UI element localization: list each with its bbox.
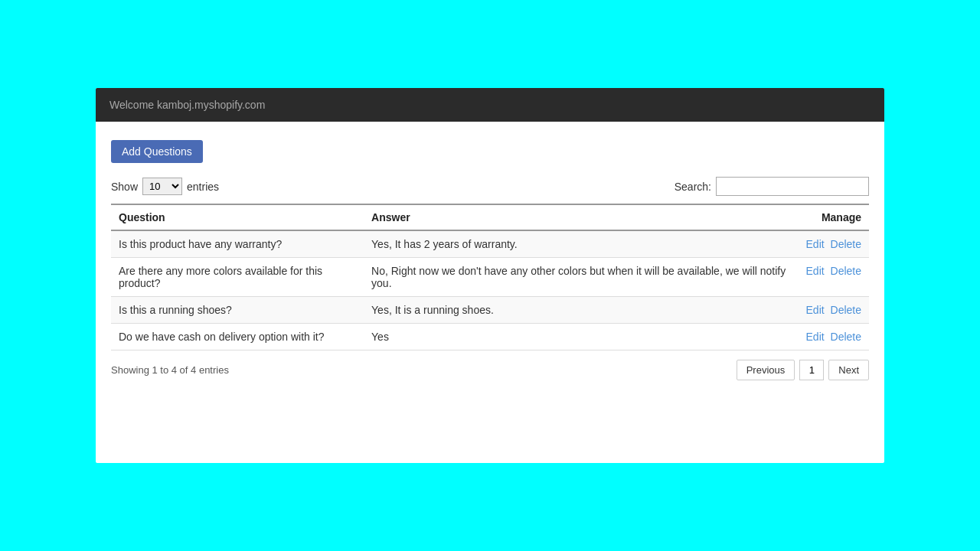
manage-cell: Edit Delete <box>795 324 870 350</box>
questions-table: Question Answer Manage Is this product h… <box>111 204 869 350</box>
entries-select[interactable]: 10 25 50 100 <box>142 178 182 195</box>
edit-link[interactable]: Edit <box>806 331 825 343</box>
welcome-text: Welcome kamboj.myshopify.com <box>109 99 265 111</box>
edit-link[interactable]: Edit <box>806 265 825 277</box>
question-cell: Are there any more colors available for … <box>111 258 364 297</box>
table-header-row: Question Answer Manage <box>111 204 869 230</box>
manage-cell: Edit Delete <box>795 297 870 324</box>
search-label: Search: <box>675 181 711 193</box>
manage-cell: Edit Delete <box>795 230 870 258</box>
table-row: Is this a running shoes?Yes, It is a run… <box>111 297 869 324</box>
add-questions-button[interactable]: Add Questions <box>111 140 203 163</box>
content-area: Add Questions Show 10 25 50 100 entries … <box>96 122 884 399</box>
table-row: Are there any more colors available for … <box>111 258 869 297</box>
delete-link[interactable]: Delete <box>831 304 861 316</box>
pagination-row: Showing 1 to 4 of 4 entries Previous 1 N… <box>111 360 869 380</box>
edit-link[interactable]: Edit <box>806 304 825 316</box>
next-button[interactable]: Next <box>828 360 869 380</box>
manage-column-header: Manage <box>795 204 870 230</box>
answer-cell: Yes <box>364 324 795 350</box>
previous-button[interactable]: Previous <box>737 360 795 380</box>
search-input[interactable] <box>716 177 869 196</box>
main-window: Welcome kamboj.myshopify.com Add Questio… <box>96 88 884 463</box>
page-number: 1 <box>799 360 824 380</box>
question-cell: Is this a running shoes? <box>111 297 364 324</box>
table-row: Do we have cash on delivery option with … <box>111 324 869 350</box>
question-column-header: Question <box>111 204 364 230</box>
topbar: Welcome kamboj.myshopify.com <box>96 88 884 122</box>
show-label: Show <box>111 181 138 193</box>
showing-text: Showing 1 to 4 of 4 entries <box>111 364 229 376</box>
pagination-controls: Previous 1 Next <box>737 360 869 380</box>
entries-label: entries <box>187 181 219 193</box>
question-cell: Is this product have any warranty? <box>111 230 364 258</box>
delete-link[interactable]: Delete <box>831 238 861 250</box>
answer-cell: Yes, It has 2 years of warranty. <box>364 230 795 258</box>
answer-cell: No, Right now we don't have any other co… <box>364 258 795 297</box>
search-row: Search: <box>675 177 869 196</box>
delete-link[interactable]: Delete <box>831 265 861 277</box>
edit-link[interactable]: Edit <box>806 238 825 250</box>
answer-column-header: Answer <box>364 204 795 230</box>
question-cell: Do we have cash on delivery option with … <box>111 324 364 350</box>
table-row: Is this product have any warranty?Yes, I… <box>111 230 869 258</box>
delete-link[interactable]: Delete <box>831 331 861 343</box>
show-entries-control: Show 10 25 50 100 entries <box>111 178 219 195</box>
manage-cell: Edit Delete <box>795 258 870 297</box>
answer-cell: Yes, It is a running shoes. <box>364 297 795 324</box>
controls-row: Show 10 25 50 100 entries Search: <box>111 177 869 196</box>
